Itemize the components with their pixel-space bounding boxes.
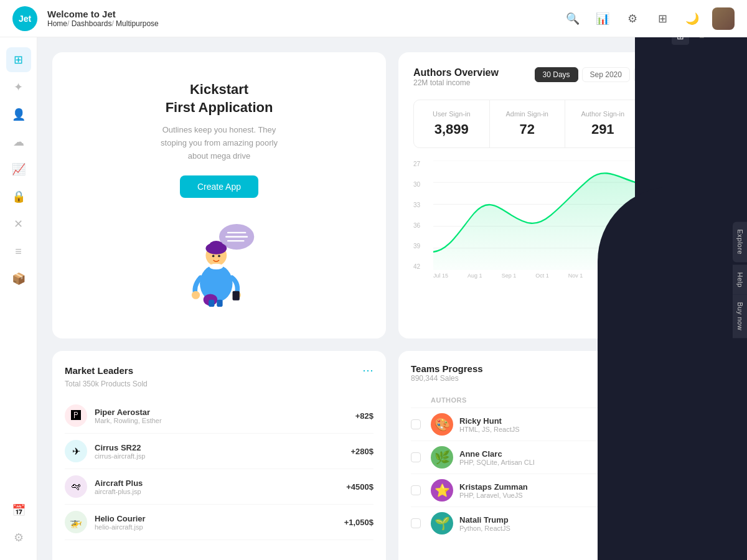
tab-sep2020[interactable]: Sep 2020 xyxy=(582,67,630,82)
chart-y-labels: 423936333027 xyxy=(413,161,431,270)
sidebar-item-dashboard[interactable]: ⊞ xyxy=(6,47,31,72)
tab-30days[interactable]: 30 Days xyxy=(535,67,578,82)
team-avatar-3: ⭐ xyxy=(431,479,453,502)
svg-point-10 xyxy=(218,254,220,257)
svg-point-17 xyxy=(209,263,223,269)
sidebar-item-settings[interactable]: ⚙ xyxy=(6,525,31,550)
avatar[interactable] xyxy=(712,7,735,30)
team-avatar-4: 🌱 xyxy=(431,512,453,534)
team-avatar-2: 🌿 xyxy=(431,446,453,469)
svg-point-9 xyxy=(212,254,215,257)
sidebar: ⊞ ✦ 👤 ☁ 📈 🔒 ✕ ≡ 📦 📅 ⚙ xyxy=(0,37,37,560)
right-panel: ⊞ ≡ Explore Help Buy now xyxy=(635,0,747,560)
stat-admin-signin: Admin Sign-in 72 xyxy=(490,100,566,147)
market-header: Market Leaders ⋯ xyxy=(65,363,374,377)
search-icon[interactable]: 🔍 xyxy=(563,9,583,29)
market-title: Market Leaders xyxy=(65,365,133,376)
market-icon-4: 🚁 xyxy=(65,511,87,533)
side-buttons: Explore Help Buy now xyxy=(733,222,747,338)
header-actions: 🔍 📊 ⚙ ⊞ 🌙 xyxy=(563,7,735,30)
sidebar-item-cloud[interactable]: ☁ xyxy=(6,129,31,154)
stat-user-signin: User Sign-in 3,899 xyxy=(414,100,490,147)
market-value-1: +82$ xyxy=(355,411,374,421)
sidebar-item-calendar[interactable]: 📅 xyxy=(6,498,31,523)
breadcrumb-dashboards[interactable]: Dashboards xyxy=(72,19,112,28)
breadcrumb-home[interactable]: Home xyxy=(47,19,67,28)
row-checkbox-2[interactable] xyxy=(411,452,421,462)
dark-shape xyxy=(598,187,747,560)
header: Jet Welcome to Jet Home/ Dashboards/ Mul… xyxy=(0,0,747,37)
sidebar-item-close[interactable]: ✕ xyxy=(6,212,31,236)
teams-title: Teams Progress xyxy=(411,363,483,374)
market-subtitle: Total 350k Products Sold xyxy=(65,380,374,388)
breadcrumb: Home/ Dashboards/ Multipurpose xyxy=(47,19,563,28)
col-authors: AUTHORS xyxy=(431,396,598,404)
page-title: Welcome to Jet xyxy=(47,9,563,19)
moon-icon[interactable]: 🌙 xyxy=(682,9,702,29)
logo[interactable]: Jet xyxy=(12,6,37,31)
charts-icon[interactable]: 📊 xyxy=(593,9,613,29)
buy-now-button[interactable]: Buy now xyxy=(733,295,747,338)
svg-rect-16 xyxy=(217,300,222,307)
market-value-2: +280$ xyxy=(350,447,374,456)
breadcrumb-current: Multipurpose xyxy=(116,19,159,28)
row-checkbox-3[interactable] xyxy=(411,485,421,495)
market-value-3: +4500$ xyxy=(346,482,374,492)
header-title: Welcome to Jet Home/ Dashboards/ Multipu… xyxy=(47,9,563,28)
stat-author-signin: Author Sign-in 291 xyxy=(565,100,641,147)
grid-icon[interactable]: ⊞ xyxy=(652,9,672,29)
kickstart-card: Kickstart First Application Outlines kee… xyxy=(52,52,386,338)
list-item: 🛩 Aircraft Plus aircraft-plus.jsp +4500$ xyxy=(65,469,374,505)
sidebar-item-packages[interactable]: 📦 xyxy=(6,266,31,291)
market-icon-2: ✈ xyxy=(65,440,87,462)
team-avatar-1: 🎨 xyxy=(431,413,453,436)
row-checkbox-4[interactable] xyxy=(411,518,421,528)
kickstart-illustration xyxy=(169,210,269,310)
list-item: 🅿 Piper Aerostar Mark, Rowling, Esther +… xyxy=(65,398,374,434)
create-app-button[interactable]: Create App xyxy=(180,175,258,198)
authors-subtitle: 22M total income xyxy=(413,78,499,87)
market-leaders-card: Market Leaders ⋯ Total 350k Products Sol… xyxy=(52,351,386,560)
list-item: ✈ Cirrus SR22 cirrus-aircraft.jsp +280$ xyxy=(65,434,374,469)
help-button[interactable]: Help xyxy=(733,264,747,295)
svg-point-8 xyxy=(209,241,223,250)
kickstart-description: Outlines keep you honest. They stoping y… xyxy=(151,124,288,162)
teams-subtitle: 890,344 Sales xyxy=(411,374,483,383)
market-icon-1: 🅿 xyxy=(65,404,87,427)
more-icon[interactable]: ⋯ xyxy=(362,363,374,377)
sidebar-item-analytics[interactable]: ✦ xyxy=(6,75,31,100)
svg-rect-13 xyxy=(233,291,240,300)
row-checkbox-1[interactable] xyxy=(411,419,421,429)
explore-button[interactable]: Explore xyxy=(733,222,747,262)
sidebar-item-menu[interactable]: ≡ xyxy=(6,239,31,264)
market-icon-3: 🛩 xyxy=(65,475,87,498)
authors-title: Authors Overview xyxy=(413,67,499,78)
sidebar-item-users[interactable]: 👤 xyxy=(6,102,31,127)
sidebar-item-reports[interactable]: 📈 xyxy=(6,157,31,182)
sidebar-item-security[interactable]: 🔒 xyxy=(6,184,31,209)
list-item: 🚁 Helio Courier helio-aircraft.jsp +1,05… xyxy=(65,505,374,540)
kickstart-title: Kickstart First Application xyxy=(166,81,273,116)
svg-rect-15 xyxy=(209,300,214,307)
market-value-4: +1,050$ xyxy=(344,518,374,527)
svg-point-11 xyxy=(192,291,200,299)
settings-icon[interactable]: ⚙ xyxy=(622,9,642,29)
